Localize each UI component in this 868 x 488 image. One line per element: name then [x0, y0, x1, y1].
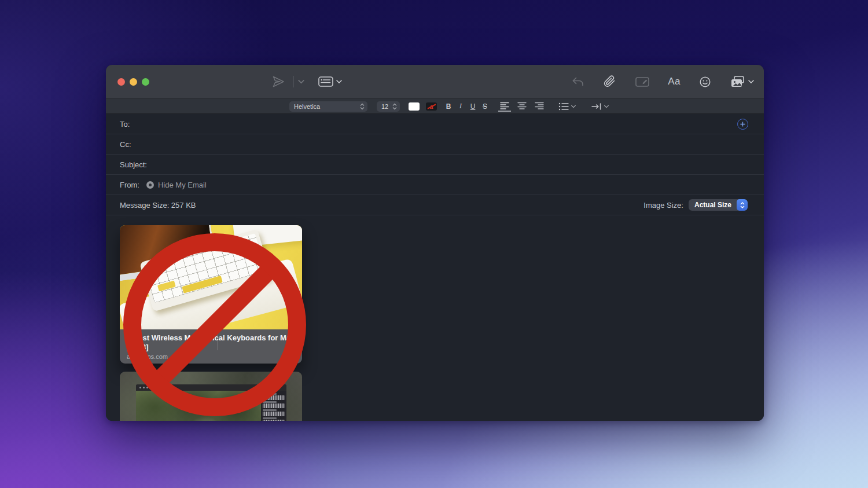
font-size-value: 12	[381, 103, 388, 110]
photo-browser-chevron	[748, 79, 755, 85]
emoji-icon	[698, 75, 712, 89]
format-bar: Helvetica 12 a B I U S	[106, 98, 764, 114]
subject-field[interactable]: Subject:	[106, 155, 764, 175]
align-center-icon	[517, 102, 527, 109]
to-label: To:	[120, 120, 130, 129]
prohibition-sign	[123, 233, 306, 416]
font-family-value: Helvetica	[294, 103, 320, 110]
cc-label: Cc:	[120, 140, 131, 149]
list-style-icon	[558, 102, 569, 111]
undo-button[interactable]	[571, 76, 585, 87]
align-right-icon	[535, 102, 544, 109]
font-family-select[interactable]: Helvetica	[289, 101, 367, 112]
send-options-chevron	[297, 79, 305, 85]
photo-browser-icon	[730, 75, 746, 89]
titlebar[interactable]: Aa	[106, 65, 764, 98]
dropdown-stepper-icon	[737, 199, 748, 211]
subject-label: Subject:	[120, 160, 147, 169]
list-style-button[interactable]	[558, 102, 576, 111]
header-fields-button[interactable]	[318, 65, 343, 98]
image-size-label: Image Size:	[643, 201, 683, 210]
align-center-button[interactable]	[516, 101, 528, 112]
from-field[interactable]: From: Hide My Email	[106, 175, 764, 195]
prohibition-ring	[123, 233, 306, 416]
send-button[interactable]	[271, 65, 285, 98]
chevron-down-icon	[571, 104, 576, 109]
strikethrough-button[interactable]: S	[481, 102, 489, 111]
plus-icon	[740, 122, 745, 127]
image-size-dropdown[interactable]: Actual Size	[689, 199, 748, 211]
stepper-icon	[360, 103, 365, 110]
header-fields: To: Cc: Subject: From: Hide My Email Mes…	[106, 114, 764, 215]
add-recipient-button[interactable]	[737, 119, 748, 130]
chevron-down-icon	[604, 104, 609, 109]
indent-icon	[591, 102, 602, 111]
align-left-icon	[500, 102, 509, 109]
attach-icon	[603, 75, 617, 89]
attach-button[interactable]	[603, 75, 617, 89]
cc-field[interactable]: Cc:	[106, 134, 764, 155]
align-left-button[interactable]	[498, 101, 511, 112]
photo-browser-button[interactable]	[730, 75, 755, 89]
hide-my-email-icon	[146, 181, 154, 189]
align-right-button[interactable]	[533, 101, 546, 112]
toolbar-right-group: Aa	[571, 65, 755, 98]
font-size-select[interactable]: 12	[377, 101, 400, 112]
header-fields-chevron	[336, 79, 343, 85]
image-size-value: Actual Size	[694, 201, 731, 209]
panel-row	[263, 417, 285, 421]
text-color-well[interactable]	[409, 102, 420, 111]
hide-my-email-label[interactable]: Hide My Email	[158, 181, 207, 189]
size-row: Message Size: 257 KB Image Size: Actual …	[106, 195, 764, 215]
bold-button[interactable]: B	[444, 102, 453, 111]
toolbar-divider	[293, 76, 294, 87]
message-size-label: Message Size: 257 KB	[120, 201, 196, 210]
markup-button[interactable]	[635, 75, 650, 88]
underline-button[interactable]: U	[469, 102, 477, 111]
header-fields-icon	[318, 75, 334, 88]
indent-button[interactable]	[591, 102, 609, 111]
zoom-button[interactable]	[142, 78, 149, 86]
from-label: From:	[120, 181, 139, 189]
fonts-button[interactable]: Aa	[668, 76, 681, 87]
send-icon	[271, 75, 285, 89]
to-field[interactable]: To:	[106, 114, 764, 134]
close-button[interactable]	[117, 78, 125, 86]
stepper-icon	[392, 103, 397, 110]
emoji-button[interactable]	[698, 75, 712, 89]
markup-icon	[635, 75, 650, 88]
undo-icon	[571, 76, 585, 87]
italic-button[interactable]: I	[457, 102, 465, 111]
minimize-button[interactable]	[130, 78, 137, 86]
mail-compose-window: Aa	[106, 65, 764, 421]
background-color-well[interactable]: a	[426, 102, 437, 111]
send-options-button[interactable]	[297, 65, 305, 98]
traffic-lights	[117, 78, 149, 86]
